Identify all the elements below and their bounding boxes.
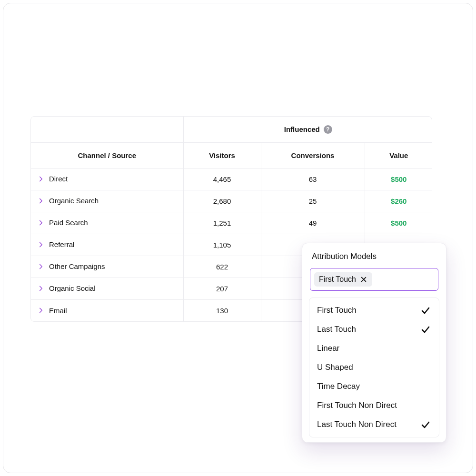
visitors-cell: 1,105: [183, 234, 261, 256]
header-empty-cell: [31, 117, 183, 142]
conversions-cell: 49: [261, 212, 365, 234]
conversions-cell: 63: [261, 168, 365, 190]
model-option-label: Last Touch: [317, 325, 356, 334]
selected-model-chip[interactable]: First Touch: [314, 272, 372, 287]
visitors-cell: 130: [183, 299, 261, 321]
col-header-value: Value: [365, 142, 432, 168]
help-icon[interactable]: ?: [324, 125, 332, 134]
channel-name: Email: [49, 307, 67, 315]
expand-row-icon[interactable]: [38, 198, 44, 204]
model-option-label: First Touch Non Direct: [317, 401, 397, 410]
model-option[interactable]: First Touch: [309, 301, 439, 320]
table-row: Organic Search 2,680 25 $260: [31, 190, 432, 212]
model-option-label: First Touch: [317, 306, 357, 315]
col-header-channel: Channel / Source: [31, 142, 183, 168]
value-cell: $500: [365, 168, 432, 190]
visitors-cell: 622: [183, 256, 261, 278]
channel-name: Other Campaigns: [49, 262, 105, 270]
value-cell: $260: [365, 190, 432, 212]
channel-name: Paid Search: [49, 218, 88, 227]
visitors-cell: 207: [183, 278, 261, 299]
conversions-cell: 25: [261, 190, 365, 212]
model-option-label: U Shaped: [317, 363, 353, 372]
expand-row-icon[interactable]: [38, 241, 44, 248]
expand-row-icon[interactable]: [38, 285, 44, 292]
remove-chip-icon[interactable]: [360, 276, 367, 283]
model-option-label: Linear: [317, 344, 339, 353]
table-row: Paid Search 1,251 49 $500: [31, 212, 432, 234]
attribution-models-panel: Attribution Models First Touch First Tou…: [302, 243, 446, 443]
channel-name: Organic Search: [49, 197, 99, 205]
table-row: Direct 4,465 63 $500: [31, 168, 432, 190]
model-option[interactable]: U Shaped: [309, 358, 439, 377]
expand-row-icon[interactable]: [38, 219, 44, 226]
visitors-cell: 4,465: [183, 168, 261, 190]
model-chip-input[interactable]: First Touch: [310, 268, 438, 291]
panel-title: Attribution Models: [312, 252, 439, 261]
selected-model-chip-label: First Touch: [319, 275, 356, 284]
channel-name: Organic Social: [49, 284, 96, 292]
model-options-list: First Touch Last Touch Linear U Shaped T…: [309, 298, 439, 437]
check-icon: [421, 325, 430, 334]
expand-row-icon[interactable]: [38, 176, 44, 182]
visitors-cell: 1,251: [183, 212, 261, 234]
col-header-visitors: Visitors: [183, 142, 261, 168]
check-icon: [421, 420, 430, 429]
model-option[interactable]: First Touch Non Direct: [309, 396, 439, 415]
visitors-cell: 2,680: [183, 190, 261, 212]
channel-name: Referral: [49, 240, 74, 248]
model-option-label: Last Touch Non Direct: [317, 420, 397, 429]
model-option-label: Time Decay: [317, 382, 360, 391]
model-option[interactable]: Linear: [309, 339, 439, 358]
model-option[interactable]: Time Decay: [309, 377, 439, 396]
expand-row-icon[interactable]: [38, 307, 44, 314]
expand-row-icon[interactable]: [38, 263, 44, 270]
check-icon: [421, 306, 430, 315]
value-cell: $500: [365, 212, 432, 234]
col-header-conversions: Conversions: [261, 142, 365, 168]
model-option[interactable]: Last Touch Non Direct: [309, 415, 439, 434]
influenced-label: Influenced: [284, 125, 320, 133]
header-group-influenced: Influenced ?: [183, 117, 432, 142]
channel-name: Direct: [49, 175, 68, 183]
model-option[interactable]: Last Touch: [309, 320, 439, 339]
